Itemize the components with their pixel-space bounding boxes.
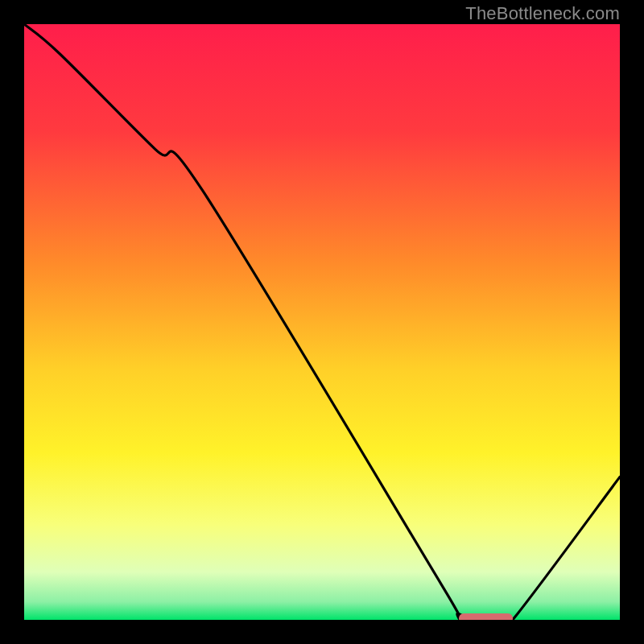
plot-area <box>24 24 620 620</box>
watermark-text: TheBottleneck.com <box>465 3 620 24</box>
chart-frame: TheBottleneck.com <box>0 0 644 644</box>
bottleneck-curve <box>24 24 620 620</box>
optimum-range-marker <box>459 613 513 620</box>
